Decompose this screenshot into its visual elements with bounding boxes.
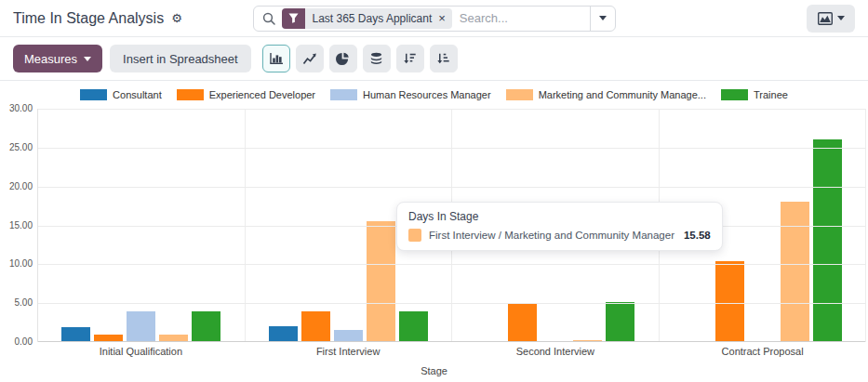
bar[interactable]	[334, 330, 363, 342]
x-tick-label: Initial Qualification	[37, 346, 245, 357]
x-tick-label: First Interview	[245, 346, 452, 357]
pie-chart-button[interactable]	[329, 45, 357, 72]
search-bar[interactable]: Last 365 Days Applicant ×	[253, 6, 616, 32]
legend-swatch	[330, 89, 357, 100]
tooltip-swatch	[408, 229, 421, 242]
pie-chart-icon	[336, 52, 350, 66]
chevron-down-icon	[599, 16, 607, 20]
search-facet[interactable]: Last 365 Days Applicant ×	[282, 8, 452, 29]
legend-item[interactable]: Consultant	[80, 89, 162, 100]
pivot-graph-view: Time In Stage Analysis ⚙ Last 365 Days A…	[0, 0, 868, 382]
gridline	[38, 303, 865, 304]
y-tick-label: 20.00	[1, 181, 33, 192]
sort-descending-button[interactable]	[396, 45, 424, 72]
graph-view-icon	[818, 12, 833, 25]
legend-label: Trainee	[754, 89, 788, 100]
graph-toolbar: Measures Insert in Spreadsheet	[0, 37, 868, 81]
y-tick-label: 10.00	[1, 258, 33, 270]
line-chart-button[interactable]	[296, 45, 324, 72]
legend-item[interactable]: Trainee	[721, 89, 788, 100]
bar[interactable]	[715, 261, 744, 342]
bar[interactable]	[127, 311, 155, 342]
legend-label: Marketing and Community Manage...	[539, 89, 706, 100]
legend-item[interactable]: Human Resources Manager	[330, 89, 491, 100]
x-axis-title: Stage	[0, 365, 868, 376]
bar[interactable]	[508, 304, 537, 342]
legend-item[interactable]: Marketing and Community Manage...	[506, 89, 706, 100]
chevron-down-icon	[837, 16, 845, 20]
control-panel: Time In Stage Analysis ⚙ Last 365 Days A…	[0, 0, 868, 37]
measures-button[interactable]: Measures	[13, 45, 102, 72]
y-tick-label: 30.00	[1, 103, 33, 114]
legend-item[interactable]: Experienced Developer	[177, 89, 315, 100]
gridline	[38, 109, 865, 110]
gridline	[38, 187, 865, 188]
chart-legend: ConsultantExperienced DeveloperHuman Res…	[0, 87, 868, 102]
legend-label: Human Resources Manager	[363, 89, 491, 100]
x-axis-labels: Initial QualificationFirst InterviewSeco…	[37, 346, 866, 357]
y-tick-label: 0.00	[1, 336, 33, 348]
search-input[interactable]	[452, 11, 590, 25]
bar[interactable]	[813, 139, 842, 342]
legend-label: Consultant	[113, 89, 162, 100]
measures-label: Measures	[24, 52, 77, 66]
view-switcher-button[interactable]	[807, 5, 855, 33]
chevron-down-icon	[84, 57, 91, 61]
sort-ascending-button[interactable]	[430, 45, 458, 72]
sort-descending-icon	[403, 52, 417, 65]
bar-chart-icon	[269, 52, 284, 65]
bar[interactable]	[301, 311, 330, 342]
facet-label: Last 365 Days Applicant	[305, 8, 439, 29]
y-tick-label: 25.00	[1, 142, 33, 153]
gridline	[38, 264, 865, 265]
stacked-toggle-button[interactable]	[363, 45, 391, 72]
x-tick-label: Contract Proposal	[659, 346, 866, 357]
filter-icon	[282, 8, 305, 29]
bar[interactable]	[192, 311, 220, 342]
bar[interactable]	[606, 302, 634, 343]
gridline	[38, 341, 865, 342]
bar[interactable]	[61, 327, 90, 342]
chart-tooltip: Days In Stage First Interview / Marketin…	[396, 202, 723, 251]
line-chart-icon	[302, 52, 317, 65]
bar-chart-button[interactable]	[262, 45, 290, 72]
view-switcher-area	[616, 5, 856, 33]
facet-remove-icon[interactable]: ×	[438, 8, 452, 29]
y-tick-label: 5.00	[1, 297, 33, 309]
gridline	[38, 148, 865, 149]
tooltip-title: Days In Stage	[408, 210, 711, 223]
bar[interactable]	[269, 326, 298, 342]
page-title: Time In Stage Analysis	[13, 10, 164, 27]
legend-swatch	[721, 89, 748, 100]
legend-swatch	[177, 89, 204, 100]
insert-label: Insert in Spreadsheet	[123, 52, 238, 66]
legend-label: Experienced Developer	[209, 89, 315, 100]
x-tick-label: Second Interview	[452, 346, 660, 357]
legend-swatch	[506, 89, 533, 100]
search-icon	[262, 12, 275, 25]
y-tick-label: 15.00	[1, 220, 33, 231]
bar[interactable]	[399, 311, 428, 342]
tooltip-label: First Interview / Marketing and Communit…	[429, 230, 674, 241]
bar[interactable]	[367, 221, 395, 342]
bar[interactable]	[781, 202, 809, 342]
insert-in-spreadsheet-button[interactable]: Insert in Spreadsheet	[110, 45, 251, 72]
stacked-icon	[369, 52, 383, 66]
sort-ascending-icon	[436, 52, 450, 65]
breadcrumb: Time In Stage Analysis ⚙	[13, 10, 253, 27]
gear-icon[interactable]: ⚙	[171, 12, 182, 24]
tooltip-value: 15.58	[684, 230, 711, 241]
search-dropdown-toggle[interactable]	[590, 7, 615, 31]
y-axis: 0.005.0010.0015.0020.0025.0030.00	[1, 109, 33, 342]
tooltip-row: First Interview / Marketing and Communit…	[408, 229, 711, 242]
legend-swatch	[80, 89, 107, 100]
